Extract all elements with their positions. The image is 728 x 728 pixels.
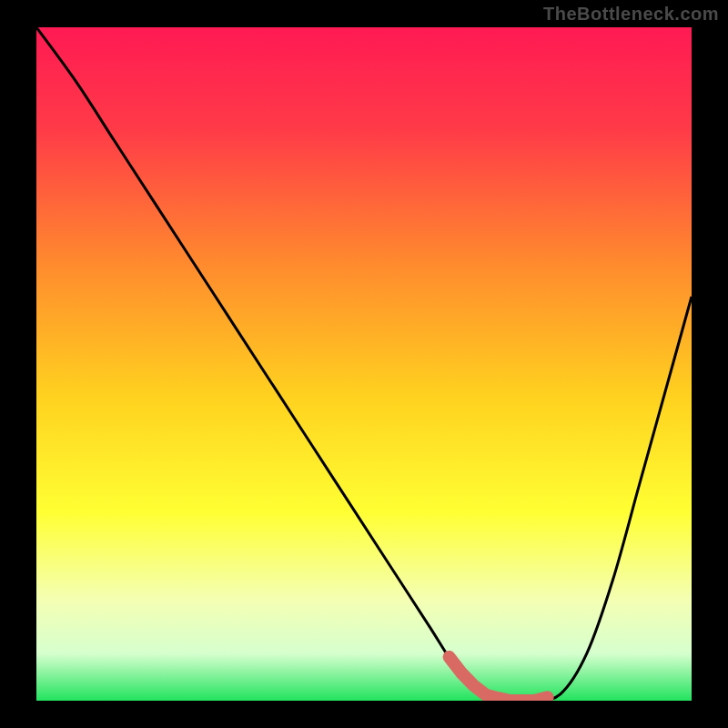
optimal-marker [450, 657, 548, 701]
curve-layer [36, 27, 692, 701]
chart-frame: TheBottleneck.com [0, 0, 728, 728]
plot-area [36, 27, 692, 701]
bottleneck-curve [36, 27, 692, 701]
watermark-text: TheBottleneck.com [543, 4, 719, 25]
